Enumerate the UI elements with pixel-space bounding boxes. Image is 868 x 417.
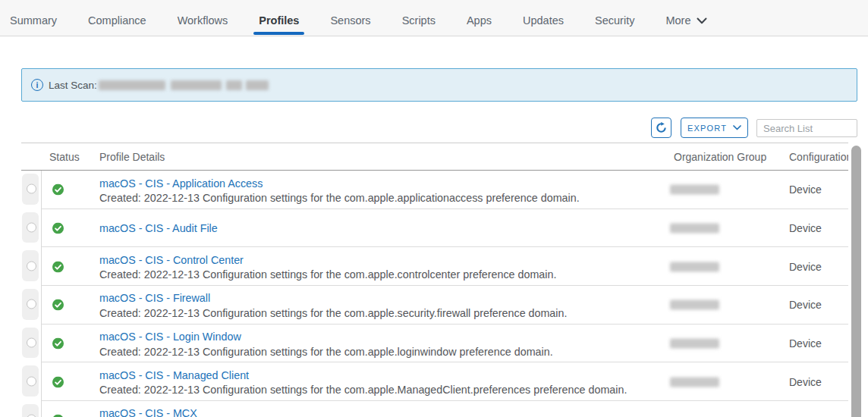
- export-label: EXPORT: [687, 124, 727, 133]
- tab-profiles[interactable]: Profiles: [259, 0, 299, 36]
- profile-link[interactable]: macOS - CIS - MCX: [99, 407, 197, 417]
- export-button[interactable]: EXPORT: [681, 118, 748, 138]
- tab-compliance[interactable]: Compliance: [88, 0, 146, 36]
- radio-pill: [22, 365, 39, 397]
- profile-link[interactable]: macOS - CIS - Control Center: [99, 254, 244, 266]
- tab-apps[interactable]: Apps: [467, 0, 492, 36]
- configuration-type-value: Device: [789, 376, 822, 388]
- row-select-cell: [21, 171, 42, 209]
- status-installed-icon: [52, 184, 64, 196]
- tab-label: Compliance: [88, 14, 146, 27]
- row-select-cell: [21, 247, 42, 286]
- tab-label: Summary: [10, 14, 57, 27]
- last-scan-value-redacted: [99, 80, 269, 90]
- tab-label: Security: [595, 14, 634, 27]
- profile-details-cell: macOS - CIS - Firewall Created: 2022-12-…: [99, 290, 567, 321]
- profile-description: Created: 2022-12-13 Configuration settin…: [99, 306, 567, 321]
- radio-pill: [22, 328, 39, 359]
- configuration-type-value: Device: [789, 337, 822, 350]
- tab-more[interactable]: More: [665, 0, 707, 36]
- tab-label: Profiles: [259, 14, 299, 27]
- tab-label: Updates: [523, 14, 564, 27]
- tab-updates[interactable]: Updates: [523, 0, 564, 36]
- row-radio[interactable]: [27, 299, 36, 309]
- radio-pill: [22, 289, 39, 320]
- profile-details-cell: macOS - CIS - Managed Client Created: 20…: [99, 368, 627, 398]
- status-installed-icon: [52, 261, 64, 272]
- row-select-cell: [21, 362, 42, 401]
- last-scan-banner: i Last Scan:: [21, 68, 857, 102]
- profile-link[interactable]: macOS - CIS - Audit File: [99, 222, 218, 234]
- profile-details-cell: macOS - CIS - Control Center Created: 20…: [99, 252, 556, 283]
- radio-pill: [22, 174, 39, 205]
- row-select-cell: [21, 209, 42, 248]
- organization-group-redacted: [670, 223, 719, 233]
- organization-group-redacted: [670, 377, 719, 387]
- configuration-type-value: Device: [789, 222, 822, 234]
- organization-group-redacted: [670, 185, 719, 195]
- table-row: macOS - CIS - Audit File Device: [21, 209, 848, 248]
- table-row: macOS - CIS - Managed Client Created: 20…: [21, 362, 848, 401]
- radio-pill: [22, 404, 39, 417]
- row-radio[interactable]: [27, 222, 36, 232]
- status-installed-icon: [52, 376, 64, 387]
- profile-description: Created: 2022-12-13 Configuration settin…: [99, 345, 553, 360]
- status-installed-icon: [52, 222, 64, 234]
- tab-label: Apps: [467, 14, 492, 27]
- row-select-cell: [21, 401, 42, 417]
- profile-details-cell: macOS - CIS - Login Window Created: 2022…: [99, 329, 553, 359]
- column-header-status: Status: [49, 151, 80, 163]
- table-row: macOS - CIS - Control Center Created: 20…: [21, 247, 848, 286]
- tab-sensors[interactable]: Sensors: [330, 0, 370, 36]
- profile-link[interactable]: macOS - CIS - Managed Client: [99, 369, 249, 381]
- radio-pill: [22, 212, 39, 243]
- last-scan-label: Last Scan:: [49, 80, 97, 91]
- organization-group-redacted: [670, 262, 719, 271]
- table-row: macOS - CIS - Login Window Created: 2022…: [21, 325, 848, 363]
- organization-group-redacted: [670, 338, 719, 348]
- tab-scripts[interactable]: Scripts: [402, 0, 436, 36]
- refresh-icon: [656, 122, 667, 133]
- refresh-button[interactable]: [651, 118, 671, 138]
- status-installed-icon: [52, 337, 64, 349]
- radio-pill: [22, 250, 39, 281]
- tab-label: Scripts: [402, 14, 436, 27]
- column-header-profile-details: Profile Details: [99, 151, 165, 163]
- vertical-scrollbar-thumb[interactable]: [851, 146, 861, 417]
- table-row: macOS - CIS - Application Access Created…: [21, 171, 848, 209]
- status-installed-icon: [52, 299, 64, 311]
- column-header-organization-group: Organization Group: [674, 151, 766, 163]
- configuration-type-value: Device: [789, 183, 822, 196]
- profile-link[interactable]: macOS - CIS - Login Window: [99, 331, 241, 343]
- info-icon: i: [31, 79, 43, 91]
- search-input[interactable]: [756, 119, 857, 137]
- tab-summary[interactable]: Summary: [10, 0, 57, 36]
- table-row: macOS - CIS - Firewall Created: 2022-12-…: [21, 286, 848, 325]
- organization-group-redacted: [670, 300, 719, 310]
- row-select-cell: [21, 325, 42, 363]
- profile-description: Created: 2022-12-13 Configuration settin…: [99, 268, 556, 283]
- row-radio[interactable]: [27, 337, 36, 347]
- table-header: Status Profile Details Organization Grou…: [21, 143, 848, 171]
- row-radio[interactable]: [27, 261, 36, 271]
- tab-label: Workflows: [178, 14, 228, 27]
- profile-link[interactable]: macOS - CIS - Application Access: [99, 177, 263, 190]
- tab-label: Sensors: [330, 14, 370, 27]
- profile-link[interactable]: macOS - CIS - Firewall: [99, 292, 210, 304]
- tab-security[interactable]: Security: [595, 0, 634, 36]
- chevron-down-icon: [733, 125, 741, 130]
- profile-details-cell: macOS - CIS - Application Access Created…: [99, 176, 580, 206]
- configuration-type-value: Device: [789, 261, 822, 273]
- profile-description: Created: 2022-12-13 Configuration settin…: [99, 191, 580, 206]
- profile-details-cell: macOS - CIS - Audit File: [99, 221, 218, 237]
- row-radio[interactable]: [27, 376, 36, 386]
- row-radio[interactable]: [27, 184, 36, 194]
- tab-workflows[interactable]: Workflows: [178, 0, 228, 36]
- row-select-cell: [21, 286, 42, 325]
- table-row: macOS - CIS - MCX: [21, 401, 848, 417]
- profile-details-cell: macOS - CIS - MCX: [99, 406, 197, 417]
- tab-label: More: [665, 14, 690, 27]
- configuration-type-value: Device: [789, 299, 822, 311]
- column-header-configuration: Configuration: [789, 151, 848, 163]
- tab-bar: SummaryComplianceWorkflowsProfilesSensor…: [0, 0, 868, 36]
